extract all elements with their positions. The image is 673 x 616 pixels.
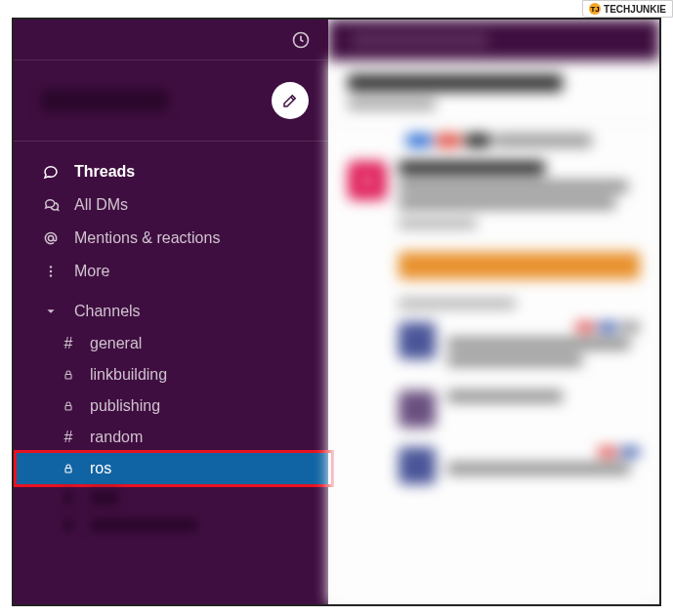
channel-label: linkbuilding [90, 366, 167, 384]
avatar [399, 447, 436, 484]
sidebar: Threads All DMs [14, 20, 328, 604]
channel-label: ros [90, 460, 111, 477]
nav-threads[interactable]: Threads [14, 155, 328, 188]
notification-banner[interactable] [399, 252, 640, 279]
avatar [348, 161, 387, 200]
lock-icon [61, 463, 76, 474]
techjunkie-logo-icon: TJ [589, 3, 601, 15]
channel-label: random [90, 429, 143, 446]
channel-random[interactable]: # random [14, 422, 328, 453]
nav-all-dms-label: All DMs [74, 196, 128, 214]
message [348, 161, 640, 242]
avatar [399, 390, 436, 428]
channel-header [328, 61, 659, 124]
app-frame: Threads All DMs [12, 18, 661, 606]
svg-point-1 [48, 235, 53, 240]
channel-ros[interactable]: ros [14, 453, 328, 484]
channels-section-header[interactable]: Channels [14, 288, 328, 328]
hash-icon: # [61, 429, 76, 446]
channels-header-label: Channels [74, 303, 141, 320]
blurred-text [90, 518, 197, 532]
compose-icon [281, 92, 299, 109]
hash-icon [61, 491, 76, 505]
lock-icon [61, 369, 76, 381]
channel-blurred-1[interactable] [14, 484, 328, 512]
threads-icon [41, 162, 61, 182]
search-input-blurred[interactable] [352, 32, 488, 48]
blurred-text [90, 491, 119, 505]
channel-general[interactable]: # general [14, 328, 328, 359]
main-content-blurred [328, 20, 659, 604]
workspace-header[interactable] [14, 61, 328, 142]
reply-message [399, 390, 640, 428]
main-topbar [328, 20, 659, 61]
more-icon [41, 262, 61, 281]
channel-title-blurred [348, 74, 563, 92]
channel-subtitle-blurred [348, 100, 436, 109]
hash-icon: # [61, 335, 76, 352]
badge-text: TECHJUNKIE [604, 4, 666, 15]
message-list [328, 124, 659, 484]
mentions-icon [41, 228, 61, 248]
svg-rect-5 [65, 375, 71, 380]
svg-point-2 [50, 266, 52, 267]
channel-blurred-2[interactable] [14, 512, 328, 539]
app-container: Threads All DMs [14, 20, 659, 604]
nav-all-dms[interactable]: All DMs [14, 188, 328, 222]
svg-point-3 [50, 270, 52, 272]
nav-mentions[interactable]: Mentions & reactions [14, 222, 328, 255]
sidebar-top-toolbar [14, 20, 328, 61]
reply-message [399, 447, 640, 484]
history-icon[interactable] [291, 30, 311, 50]
nav-more-label: More [74, 263, 109, 280]
channel-label: publishing [90, 397, 160, 415]
reply-message [399, 322, 640, 371]
avatar [399, 322, 436, 359]
channel-publishing[interactable]: publishing [14, 390, 328, 422]
nav-section: Threads All DMs [14, 142, 328, 543]
dm-icon [41, 195, 61, 215]
channel-linkbuilding[interactable]: linkbuilding [14, 359, 328, 390]
nav-threads-label: Threads [74, 163, 135, 181]
channel-label: general [90, 335, 142, 352]
lock-icon [61, 400, 76, 412]
compose-button[interactable] [272, 82, 309, 119]
techjunkie-badge: TJ TECHJUNKIE [582, 0, 673, 18]
svg-rect-6 [65, 406, 71, 411]
svg-rect-7 [65, 469, 71, 473]
chevron-down-icon [41, 302, 61, 321]
nav-more[interactable]: More [14, 255, 328, 288]
svg-point-4 [50, 274, 52, 276]
plus-icon [61, 518, 76, 532]
workspace-name-blurred [41, 89, 168, 112]
svg-point-8 [363, 177, 371, 185]
nav-mentions-label: Mentions & reactions [74, 229, 220, 247]
